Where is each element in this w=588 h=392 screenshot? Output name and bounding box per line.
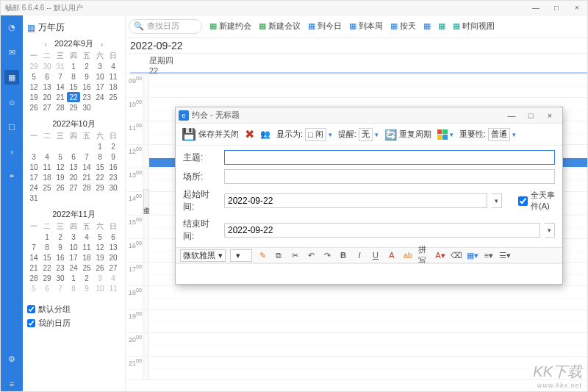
day-cell[interactable]: 8 [67, 71, 80, 82]
people-icon[interactable]: ☺ [4, 95, 19, 110]
day-cell[interactable]: 18 [80, 252, 93, 263]
day-cell[interactable]: 3 [93, 61, 107, 71]
day-cell[interactable]: 9 [107, 152, 120, 162]
importance-select[interactable]: 重要性: 普通 ▾ [459, 128, 516, 141]
time-row[interactable]: 2100 [126, 357, 587, 380]
time-row[interactable]: 2000 [126, 333, 587, 357]
day-cell[interactable]: 9 [80, 283, 93, 293]
day-cell[interactable]: 1 [67, 273, 80, 283]
day-cell[interactable]: 17 [67, 252, 80, 263]
repeat-button[interactable]: 🔄重复周期 [384, 129, 431, 140]
day-cell[interactable]: 4 [40, 152, 54, 162]
day-cell[interactable]: 27 [67, 182, 80, 193]
day-cell[interactable]: 24 [27, 182, 40, 193]
time-row[interactable]: 0900 [126, 74, 587, 98]
day-cell[interactable]: 8 [67, 283, 80, 293]
day-cell[interactable]: 11 [107, 71, 120, 82]
day-cell[interactable]: 21 [54, 92, 67, 102]
day-cell[interactable]: 5 [54, 152, 67, 162]
calendar-icon[interactable]: ▦ [4, 70, 19, 85]
cut-icon[interactable]: ✂ [289, 249, 301, 261]
day-cell[interactable]: 31 [27, 193, 40, 203]
day-cell[interactable]: 12 [93, 242, 107, 252]
fontcolor2-icon[interactable]: A▾ [434, 249, 446, 261]
day-cell[interactable]: 23 [107, 172, 120, 182]
time-row[interactable]: 1900 [126, 310, 587, 333]
day-cell[interactable]: 12 [27, 82, 40, 92]
time-view-button[interactable]: ▦时间视图 [453, 21, 495, 32]
day-cell[interactable]: 11 [80, 242, 93, 252]
day-cell[interactable]: 29 [40, 273, 54, 283]
day-cell[interactable]: 13 [40, 82, 54, 92]
day-cell[interactable]: 5 [27, 283, 40, 293]
day-cell[interactable]: 6 [40, 283, 54, 293]
day-cell[interactable]: 16 [54, 252, 67, 263]
day-cell[interactable]: 9 [54, 242, 67, 252]
list-icon[interactable]: ☰▾ [499, 249, 511, 261]
start-date-input[interactable] [224, 193, 487, 208]
end-date-dropdown[interactable]: ▾ [545, 223, 555, 238]
day-cell[interactable]: 28 [27, 273, 40, 283]
day-cell[interactable]: 30 [54, 273, 67, 283]
day-cell[interactable]: 7 [54, 71, 67, 82]
italic-icon[interactable]: I [354, 249, 365, 261]
day-cell[interactable]: 9 [80, 71, 93, 82]
day-cell[interactable]: 14 [54, 82, 67, 92]
align-icon[interactable]: ≡▾ [483, 249, 495, 261]
view-opt1-button[interactable]: ▦ [423, 21, 431, 31]
day-cell[interactable]: 11 [107, 283, 120, 293]
day-cell[interactable]: 2 [80, 273, 93, 283]
place-input[interactable] [224, 169, 555, 184]
day-cell[interactable]: 24 [93, 92, 107, 102]
default-group-check[interactable]: 默认分组 [27, 304, 121, 315]
quote-icon[interactable]: ❝ [4, 170, 19, 185]
new-appointment-button[interactable]: ▦新建约会 [209, 21, 251, 32]
search-input[interactable]: 🔍 查找日历 [129, 19, 202, 34]
redo-icon[interactable]: ↷ [321, 249, 333, 261]
new-meeting-button[interactable]: ▦新建会议 [259, 21, 301, 32]
day-cell[interactable]: 26 [54, 182, 67, 193]
day-cell[interactable]: 10 [93, 283, 107, 293]
day-cell[interactable]: 26 [27, 102, 40, 113]
tasks-icon[interactable]: ☐ [4, 120, 19, 135]
day-cell[interactable]: 15 [40, 252, 54, 263]
day-cell[interactable]: 4 [107, 273, 120, 283]
day-cell[interactable]: 20 [40, 92, 54, 102]
day-cell[interactable]: 11 [40, 162, 54, 172]
month-prev[interactable]: ‹ [45, 40, 48, 49]
day-cell[interactable]: 10 [27, 162, 40, 172]
day-cell[interactable]: 25 [40, 182, 54, 193]
day-cell[interactable]: 17 [93, 82, 107, 92]
contacts-icon[interactable]: ◔ [4, 20, 19, 35]
fontsize-select[interactable]: ▾ [230, 249, 252, 262]
day-cell[interactable]: 23 [54, 263, 67, 273]
this-week-button[interactable]: ▦到本周 [349, 21, 383, 32]
day-cell[interactable]: 19 [27, 92, 40, 102]
day-cell[interactable]: 27 [107, 263, 120, 273]
dialog-minimize-button[interactable]: — [502, 108, 521, 123]
day-cell[interactable]: 7 [80, 152, 93, 162]
view-opt2-button[interactable]: ▦ [438, 21, 445, 31]
day-cell[interactable]: 19 [54, 172, 67, 182]
day-cell[interactable]: 23 [80, 92, 93, 102]
day-cell[interactable]: 24 [67, 263, 80, 273]
day-cell[interactable]: 20 [107, 252, 120, 263]
end-date-input[interactable] [224, 223, 540, 238]
subject-input[interactable] [224, 150, 555, 165]
day-cell[interactable]: 1 [93, 141, 107, 152]
my-calendar-check[interactable]: 我的日历 [27, 318, 121, 329]
day-cell[interactable]: 1 [40, 232, 54, 242]
day-cell[interactable]: 8 [93, 152, 107, 162]
day-cell[interactable]: 28 [54, 102, 67, 113]
day-cell[interactable]: 17 [27, 172, 40, 182]
day-cell[interactable]: 29 [67, 102, 80, 113]
day-cell[interactable]: 30 [80, 102, 93, 113]
idea-icon[interactable]: ♀ [4, 145, 19, 160]
day-cell[interactable]: 21 [27, 263, 40, 273]
day-cell[interactable]: 3 [67, 232, 80, 242]
day-cell[interactable]: 13 [67, 162, 80, 172]
font-color-icon[interactable]: A [386, 249, 398, 261]
day-cell[interactable]: 4 [80, 232, 93, 242]
day-cell[interactable]: 6 [40, 71, 54, 82]
day-cell[interactable]: 5 [27, 71, 40, 82]
